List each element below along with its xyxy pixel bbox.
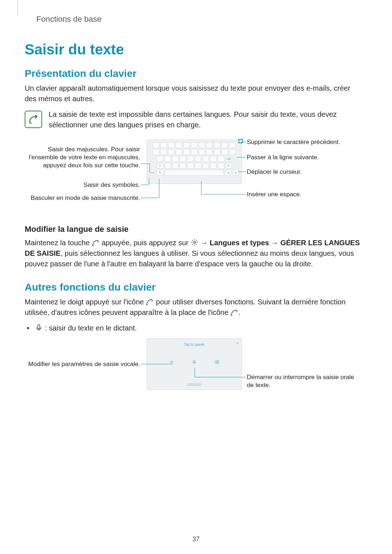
bullet-voice: : saisir du texte en le dictant. [25, 323, 363, 333]
shift-key-icon: ⇧ [157, 163, 163, 169]
space-key [164, 170, 224, 176]
note-text: La saisie de texte est impossible dans c… [49, 109, 363, 130]
callout-voice-start: Démarrer ou interrompre la saisie orale … [247, 373, 356, 389]
voice-hint: Tap to speak [184, 342, 205, 346]
callout-backspace: Supprimer le caractère précédent. [247, 138, 356, 146]
symbols-key-icon: !#1 [149, 170, 156, 176]
backspace-key-icon: ⌫ [225, 156, 232, 162]
callout-shift: Saisir des majuscules. Pour saisir l'ens… [25, 145, 140, 169]
callout-cursor: Déplacer le curseur. [247, 168, 356, 176]
voice-figure: Tap to speak × Modifier les paramètres d… [25, 338, 351, 400]
voice-mic-icon [191, 359, 197, 365]
enter-key-icon: ↵ [225, 163, 232, 169]
langue-paragraph: Maintenez la touche appuyée, puis appuye… [25, 238, 363, 269]
callout-enter: Passer à la ligne suivante. [247, 153, 356, 161]
voice-settings-icon [168, 359, 175, 365]
voice-delete-icon [213, 359, 220, 365]
page-title: Saisir du texte [25, 41, 363, 58]
cursor-right-icon: ▸ [233, 170, 239, 176]
voice-illustration: Tap to speak × [147, 338, 242, 390]
page-number: 37 [192, 535, 200, 543]
note-icon [25, 111, 42, 128]
handwriting-icon [92, 238, 100, 246]
svg-rect-1 [38, 325, 40, 329]
callout-symbols: Saisir des symboles. [25, 181, 140, 189]
intro-text: Un clavier apparaît automatiquement lors… [25, 83, 363, 104]
svg-point-0 [193, 241, 196, 243]
subsection-autres: Autres fonctions du clavier [25, 282, 363, 293]
handwriting-key-icon: ✎ [157, 170, 163, 176]
svg-point-2 [171, 361, 172, 363]
callout-handwriting: Basculer en mode de saisie manuscrite. [25, 194, 140, 202]
keyboard-figure: ⌫ ⇧↵ !#1✎◂▸ Saisir des majuscules. Pour … [25, 138, 351, 214]
cursor-left-icon: ◂ [225, 170, 232, 176]
autres-paragraph: Maintenez le doigt appuyé sur l'icône po… [25, 297, 363, 318]
settings-icon [191, 238, 199, 246]
keyboard-illustration: ⌫ ⇧↵ !#1✎◂▸ [147, 140, 242, 184]
breadcrumb: Fonctions de base [36, 15, 363, 24]
microphone-icon [35, 324, 43, 331]
svg-rect-3 [193, 360, 195, 363]
close-icon: × [236, 341, 238, 345]
handwriting-icon [146, 297, 154, 305]
subsection-langue: Modifier la langue de saisie [25, 225, 363, 234]
marker [238, 139, 243, 143]
callout-space: Insérer une espace. [247, 190, 356, 198]
callout-voice-settings: Modifier les paramètres de saisie vocale… [25, 360, 140, 368]
subsection-presentation: Présentation du clavier [25, 68, 363, 79]
handwriting-icon [230, 308, 238, 315]
